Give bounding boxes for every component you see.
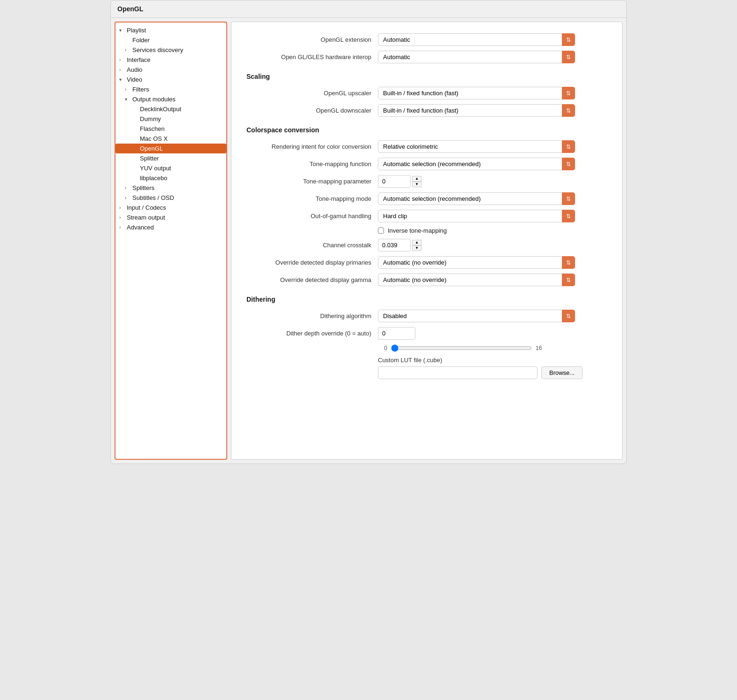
tone-mapping-param-row: Tone-mapping parameter ▲ ▼ (246, 175, 607, 188)
tone-mapping-param-spinner: ▲ ▼ (378, 175, 575, 188)
chevron-icon: › (119, 225, 125, 230)
tone-mapping-param-up-button[interactable]: ▲ (412, 176, 422, 182)
opengl-upscaler-control: Built-in / fixed function (fast) ⇅ (378, 87, 575, 99)
sidebar-item-flaschen[interactable]: Flaschen (115, 124, 226, 134)
channel-crosstalk-spinner-buttons: ▲ ▼ (412, 240, 422, 251)
opengl-extension-select[interactable]: Automatic (378, 33, 575, 46)
opengl-downscaler-label: OpenGL downscaler (246, 107, 378, 114)
lut-file-input[interactable] (378, 366, 537, 379)
tone-mapping-mode-select[interactable]: Automatic selection (recommended) (378, 192, 575, 205)
dither-slider[interactable] (391, 344, 532, 352)
content-panel: OpenGL extension Automatic ⇅ Open GL/GLE… (231, 22, 622, 460)
out-of-gamut-select-wrapper: Hard clip ⇅ (378, 210, 575, 222)
tone-mapping-param-control: ▲ ▼ (378, 175, 575, 188)
sidebar-item-splitter[interactable]: Splitter (115, 153, 226, 163)
sidebar: ▾PlaylistFolder›Services discovery›Inter… (115, 22, 227, 460)
sidebar-item-advanced[interactable]: ›Advanced (115, 222, 226, 232)
rendering-intent-control: Relative colorimetric ⇅ (378, 140, 575, 153)
browse-button[interactable]: Browse... (541, 366, 583, 379)
rendering-intent-label: Rendering intent for color conversion (246, 143, 378, 150)
opengl-extension-label: OpenGL extension (246, 36, 378, 43)
sidebar-item-audio[interactable]: ›Audio (115, 65, 226, 75)
sidebar-item-libplacebo[interactable]: libplacebo (115, 173, 226, 183)
colorspace-section-title: Colorspace conversion (246, 126, 607, 134)
sidebar-item-label: libplacebo (140, 175, 168, 182)
title-bar: OpenGL (111, 0, 626, 18)
channel-crosstalk-input[interactable] (378, 239, 411, 251)
sidebar-item-input-codecs[interactable]: ›Input / Codecs (115, 203, 226, 213)
dithering-algo-select-wrapper: Disabled ⇅ (378, 310, 575, 322)
sidebar-item-label: Dummy (140, 115, 161, 122)
app-window: OpenGL ▾PlaylistFolder›Services discover… (110, 0, 627, 464)
tone-mapping-fn-row: Tone-mapping function Automatic selectio… (246, 158, 607, 170)
sidebar-item-services-discovery[interactable]: ›Services discovery (115, 45, 226, 55)
sidebar-item-decklinkoutput[interactable]: DecklinkOutput (115, 104, 226, 114)
sidebar-item-filters[interactable]: ›Filters (115, 84, 226, 94)
sidebar-item-folder[interactable]: Folder (115, 35, 226, 45)
sidebar-item-video[interactable]: ▾Video (115, 75, 226, 84)
chevron-icon: › (125, 87, 131, 92)
sidebar-item-label: YUV output (140, 165, 171, 172)
scaling-section-title: Scaling (246, 73, 607, 80)
sidebar-item-dummy[interactable]: Dummy (115, 114, 226, 124)
rendering-intent-select[interactable]: Relative colorimetric (378, 140, 575, 153)
chevron-icon: ▾ (125, 97, 131, 102)
dithering-algo-select[interactable]: Disabled (378, 310, 575, 322)
override-gamma-label: Override detected display gamma (246, 276, 378, 283)
rendering-intent-row: Rendering intent for color conversion Re… (246, 140, 607, 153)
sidebar-item-label: Audio (127, 66, 142, 73)
dithering-algo-row: Dithering algorithm Disabled ⇅ (246, 310, 607, 322)
sidebar-item-label: Playlist (127, 27, 146, 34)
tone-mapping-param-label: Tone-mapping parameter (246, 178, 378, 185)
chevron-icon: ▾ (119, 77, 125, 82)
override-primaries-select-wrapper: Automatic (no override) ⇅ (378, 256, 575, 269)
tone-mapping-param-down-button[interactable]: ▼ (412, 182, 422, 187)
sidebar-item-output-modules[interactable]: ▾Output modules (115, 94, 226, 104)
opengl-upscaler-row: OpenGL upscaler Built-in / fixed functio… (246, 87, 607, 99)
channel-crosstalk-up-button[interactable]: ▲ (412, 240, 422, 245)
opengl-upscaler-select[interactable]: Built-in / fixed function (fast) (378, 87, 575, 99)
tone-mapping-fn-control: Automatic selection (recommended) ⇅ (378, 158, 575, 170)
chevron-icon: ▾ (119, 28, 125, 33)
out-of-gamut-select[interactable]: Hard clip (378, 210, 575, 222)
sidebar-item-label: Splitter (140, 155, 159, 162)
opengl-downscaler-select[interactable]: Built-in / fixed function (fast) (378, 104, 575, 117)
chevron-icon: › (125, 195, 131, 200)
tone-mapping-mode-row: Tone-mapping mode Automatic selection (r… (246, 192, 607, 205)
sidebar-item-label: Interface (127, 56, 151, 63)
sidebar-item-label: Services discovery (132, 46, 183, 53)
inverse-tone-mapping-label: Inverse tone-mapping (388, 227, 447, 234)
tone-mapping-param-input[interactable] (378, 175, 411, 188)
opengl-interop-select[interactable]: Automatic (378, 51, 575, 63)
dither-depth-input[interactable] (378, 327, 415, 340)
opengl-interop-row: Open GL/GLES hardware interop Automatic … (246, 51, 607, 63)
opengl-interop-control: Automatic ⇅ (378, 51, 575, 63)
channel-crosstalk-down-button[interactable]: ▼ (412, 245, 422, 251)
opengl-interop-select-wrapper: Automatic ⇅ (378, 51, 575, 63)
inverse-tone-mapping-row: Inverse tone-mapping (378, 227, 607, 234)
sidebar-item-macosx[interactable]: Mac OS X (115, 134, 226, 144)
override-gamma-select[interactable]: Automatic (no override) (378, 274, 575, 286)
sidebar-item-splitters[interactable]: ›Splitters (115, 183, 226, 193)
sidebar-item-interface[interactable]: ›Interface (115, 55, 226, 65)
override-gamma-control: Automatic (no override) ⇅ (378, 274, 575, 286)
chevron-icon: › (119, 67, 125, 72)
inverse-tone-mapping-checkbox[interactable] (378, 228, 384, 234)
tone-mapping-fn-select[interactable]: Automatic selection (recommended) (378, 158, 575, 170)
opengl-extension-row: OpenGL extension Automatic ⇅ (246, 33, 607, 46)
channel-crosstalk-spinner: ▲ ▼ (378, 239, 575, 251)
sidebar-item-label: Splitters (132, 184, 154, 191)
slider-min-label: 0 (378, 345, 387, 351)
chevron-icon: › (119, 57, 125, 62)
sidebar-item-subtitles-osd[interactable]: ›Subtitles / OSD (115, 193, 226, 203)
sidebar-item-stream-output[interactable]: ›Stream output (115, 213, 226, 222)
opengl-extension-select-wrapper: Automatic ⇅ (378, 33, 575, 46)
sidebar-item-label: Subtitles / OSD (132, 194, 174, 201)
chevron-icon: › (119, 205, 125, 210)
sidebar-item-playlist[interactable]: ▾Playlist (115, 25, 226, 35)
sidebar-item-yuv-output[interactable]: YUV output (115, 163, 226, 173)
sidebar-item-opengl[interactable]: OpenGL (115, 144, 226, 153)
tone-mapping-mode-select-wrapper: Automatic selection (recommended) ⇅ (378, 192, 575, 205)
override-primaries-select[interactable]: Automatic (no override) (378, 256, 575, 269)
sidebar-item-label: Input / Codecs (127, 204, 166, 211)
